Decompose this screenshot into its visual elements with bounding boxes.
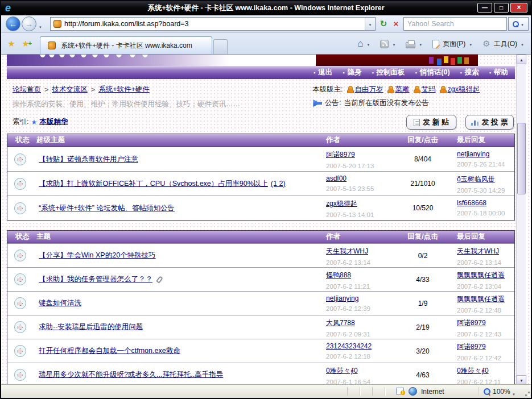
moderator-link[interactable]: zgx稳得起 [447,85,480,94]
print-dropdown-icon[interactable] [419,40,422,48]
gear-icon[interactable] [482,39,490,49]
author-link[interactable]: zgx稳得起 [326,200,357,207]
new-tab-button[interactable] [213,39,228,54]
author-link[interactable]: asdf00 [326,174,347,182]
feeds-icon[interactable] [380,40,389,48]
minimize-button[interactable] [477,3,492,13]
moderator-link[interactable]: 自由万岁 [354,85,383,94]
replies-views: 2/19 [394,315,451,339]
refresh-button[interactable] [378,19,389,29]
url-input[interactable] [64,18,365,30]
last-reply-date: 2007-6-2 13:14 [457,259,514,266]
search-input[interactable] [404,18,506,30]
topic-link[interactable]: 键盘如何清洗 [39,298,81,308]
topic-link[interactable]: 瑞星用多少次就不能升级呀?或者多久...拜托拜托..高手指导 [39,370,223,380]
header-title: 主题 [33,231,320,243]
breadcrumb-board[interactable]: 系统+软件+硬件 [98,85,150,94]
nav-item-search[interactable]: 搜索 [460,68,479,77]
last-reply-user-link[interactable]: 飘飘飘飘任逍遥 [457,295,505,303]
scroll-up-button[interactable] [517,55,526,64]
banner-ad[interactable] [316,55,478,66]
new-post-label: 发 新 贴 [423,117,449,127]
print-icon[interactable] [406,42,415,48]
topic-status-icon [14,202,26,214]
header-title: 超级主题 [33,134,320,146]
topic-link[interactable]: 【求助】打上微软新OFFICE补丁，CPU（Svchost.exe）占用率90%… [39,179,268,189]
last-reply-user-link[interactable]: lsf668668 [457,199,486,207]
nav-item-logout[interactable]: 退出 [314,68,332,77]
add-favorite-button[interactable] [19,38,32,50]
scrollbar-thumb[interactable] [517,123,526,194]
nav-item-messages[interactable]: 悄悄话(0) [415,68,450,77]
home-icon[interactable] [357,38,363,49]
replies-views: 21/1010 [394,172,451,196]
topic-link[interactable]: 【求助】我的任务管理器怎么了？？ [39,275,152,284]
last-reply-user-link[interactable]: 阿诺8979 [457,319,486,327]
nav-item-help[interactable]: 帮助 [489,68,508,77]
topic-pages-link[interactable]: (1 2) [271,180,286,188]
moderator-link[interactable]: 艾玛 [421,85,435,94]
topic-link[interactable]: “系统+硬件+软件” 论坛发帖、答帖须知公告 [39,203,175,213]
tools-dropdown-icon[interactable] [521,40,524,48]
nav-item-control-panel[interactable]: 控制面板 [372,68,405,77]
status-bar: Internet 100% [1,384,531,398]
author-link[interactable]: 0雅莎々∮0 [326,367,358,375]
tab-active[interactable]: 系统+软件+硬件 - 卡卡社区 www.ikaka.com [40,36,212,54]
page-menu-icon[interactable] [432,40,439,48]
url-dropdown-button[interactable] [365,18,375,30]
last-reply-user-link[interactable]: 天生我才WHJ [457,247,499,255]
topic-link[interactable]: 求助--安装瑞星后迅雷的使用问题 [39,322,143,332]
stop-button[interactable] [391,19,401,29]
table-header: 状态 主题 作者 回复/点击 最后回复 [7,231,514,243]
resize-grip[interactable] [528,394,530,396]
board-digest-link[interactable]: 本版精华 [39,117,68,127]
last-reply-user-link[interactable]: 0雅莎々∮0 [457,367,489,375]
author-link[interactable]: netjianying [326,294,358,302]
close-button[interactable] [510,3,527,13]
zoom-icon[interactable] [484,388,490,394]
topic-link[interactable]: 【分享】学会Win XP的20个特殊技巧 [39,251,156,260]
breadcrumb-section[interactable]: 技术交流区 [52,85,88,94]
history-dropdown-icon[interactable] [39,22,42,30]
topic-link[interactable]: 【转贴】诺顿杀毒软件用户注意 [39,155,138,164]
author-link[interactable]: 231243234242 [326,342,372,350]
search-icon [513,21,518,27]
star-icon [31,118,37,126]
nav-item-invisible[interactable]: 隐身 [343,68,361,77]
last-reply-date: 2007-6-2 13:04 [457,283,514,290]
feeds-dropdown-icon[interactable] [392,40,395,48]
page-menu-button[interactable]: 页面(P) [443,39,465,49]
last-reply-user-link[interactable]: 飘飘飘飘任逍遥 [457,271,505,279]
breadcrumb-home[interactable]: 论坛首页 [13,85,41,94]
last-reply-user-link[interactable]: ö玉树临风丗 [457,175,495,183]
tab-favicon [48,41,56,49]
replies-views: 10/520 [394,196,451,220]
search-go-button[interactable] [508,17,529,31]
zoom-dropdown-icon[interactable] [512,389,515,397]
forward-button[interactable] [22,16,36,31]
last-reply-user-link[interactable]: 阿诺8979 [457,343,486,351]
maximize-button[interactable] [494,3,509,13]
tools-menu-button[interactable]: 工具(O) [494,39,517,49]
moderator-link[interactable]: 菜雕 [395,85,409,94]
new-vote-button[interactable]: 发 投 票 [465,115,514,130]
new-post-button[interactable]: 发 新 贴 [406,115,456,130]
topic-link[interactable]: 打开任何程序都会自加载一个ctfmon.exe救命 [39,346,180,356]
home-dropdown-icon[interactable] [366,40,370,48]
page-dropdown-icon[interactable] [469,40,472,48]
last-reply-user-link[interactable]: netjianying [457,150,489,158]
scroll-down-button[interactable] [517,375,526,384]
author-link[interactable]: 阿诺8979 [326,151,355,159]
header-status: 状态 [7,231,33,243]
page-content: 退出 隐身 控制面板 悄悄话(0) 搜索 帮助 论坛首页 > 技术交流区 > 系… [1,54,531,384]
author-link[interactable]: 天生我才WHJ [326,247,368,255]
zoom-level[interactable]: 100% [493,388,510,396]
sticky-topics-table: 状态 超级主题 作者 回复/点击 最后回复 【转贴】诺顿杀毒软件用户注意 阿诺8… [7,134,515,221]
back-button[interactable] [6,16,20,31]
author-link[interactable]: 大风7788 [326,319,355,327]
vertical-scrollbar[interactable] [516,55,526,384]
last-reply-date: 2007-6-2 12:42 [457,355,514,361]
favorites-center-button[interactable] [5,38,18,50]
author-link[interactable]: 怪鸭888 [326,271,351,279]
search-options-icon[interactable] [521,20,524,28]
